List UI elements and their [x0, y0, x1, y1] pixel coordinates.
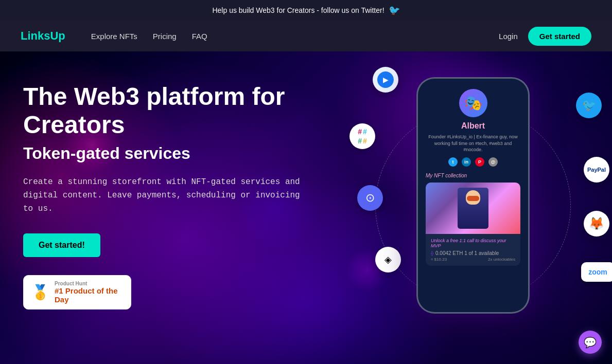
zoom-icon: zoom [588, 268, 607, 276]
hero-cta-button[interactable]: Get started! [23, 233, 100, 257]
chat-icon: 💬 [584, 336, 597, 349]
eth-icon: ⟠ [431, 250, 433, 256]
nft-card[interactable]: Unlock a free 1:1 call to discuss your M… [426, 183, 520, 266]
paypal-integration-icon[interactable]: PayPal [584, 157, 609, 183]
nft-glasses [467, 196, 479, 201]
discord-integration-icon[interactable]: ⊙ [357, 185, 383, 211]
ph-medal-icon: 🥇 [31, 284, 49, 301]
hero-title: The Web3 platform for Creators [23, 82, 311, 139]
nft-stats: ≈ $10.23 2x unlockables [431, 257, 515, 262]
paypal-icon: PayPal [587, 167, 606, 173]
figma-integration-icon[interactable]: ◈ [375, 247, 401, 272]
figma-icon: ◈ [384, 254, 392, 265]
logo[interactable]: LinksUp [21, 29, 65, 43]
nav-links: Explore NFTs Pricing FAQ [91, 32, 499, 41]
ph-rank-label: #1 Product of the Day [55, 286, 123, 304]
phone-frame: 🎭 Albert Founder #LinksUp_io | Ex-financ… [416, 77, 530, 314]
profile-email-icon[interactable]: @ [488, 157, 498, 167]
ph-text: Product Hunt #1 Product of the Day [55, 281, 123, 304]
hero-subtitle: Token-gated services [23, 144, 311, 163]
nav-pricing[interactable]: Pricing [153, 32, 177, 41]
profile-bio: Founder #LinksUp_io | Ex-finance guy, no… [426, 134, 520, 153]
hero-title-line2: Creators [23, 111, 125, 138]
nft-figure [458, 188, 488, 229]
slack-integration-icon[interactable]: # # # # [349, 123, 375, 149]
ph-badge-label: Product Hunt [55, 281, 123, 286]
profile-linkedin-icon[interactable]: in [462, 157, 471, 167]
twitter-icon: 🐦 [389, 5, 400, 16]
hero-title-line1: The Web3 platform for [23, 83, 285, 110]
usd-price: ≈ $10.23 [431, 257, 447, 262]
logo-links: LinksUp [21, 29, 65, 42]
video-icon: ▶ [377, 71, 394, 88]
profile-avatar: 🎭 [459, 89, 487, 117]
video-integration-icon[interactable]: ▶ [373, 67, 398, 93]
discord-icon: ⊙ [365, 191, 375, 205]
metamask-integration-icon[interactable]: 🦊 [584, 211, 609, 236]
hero-section: The Web3 platform for Creators Token-gat… [0, 51, 612, 364]
nft-unlock-text: Unlock a free 1:1 call to discuss your M… [431, 238, 515, 248]
get-started-nav-button[interactable]: Get started [528, 27, 591, 46]
chat-bubble-button[interactable]: 💬 [579, 331, 602, 354]
hero-content: The Web3 platform for Creators Token-gat… [23, 82, 311, 310]
nft-section-label: My NFT collection [426, 173, 520, 178]
login-button[interactable]: Login [499, 32, 518, 41]
nav-faq[interactable]: FAQ [192, 32, 207, 41]
announcement-bar: Help us build Web3 for Creators - follow… [0, 0, 612, 21]
metamask-icon: 🦊 [589, 216, 604, 231]
phone-inner: 🎭 Albert Founder #LinksUp_io | Ex-financ… [418, 79, 528, 312]
profile-name: Albert [426, 121, 520, 131]
profile-pinterest-icon[interactable]: P [475, 157, 484, 167]
phone-area: ▶ # # # # ⊙ ◈ 🐦 PayPal 🦊 zoom [365, 62, 581, 350]
navbar: LinksUp Explore NFTs Pricing FAQ Login G… [0, 21, 612, 51]
nav-explore-nfts[interactable]: Explore NFTs [91, 32, 137, 41]
product-hunt-badge[interactable]: 🥇 Product Hunt #1 Product of the Day [23, 275, 131, 310]
nav-right: Login Get started [499, 27, 591, 46]
twitter-integration-icon[interactable]: 🐦 [576, 93, 602, 118]
announcement-text: Help us build Web3 for Creators - follow… [212, 6, 384, 14]
slack-icon: # # # # [358, 128, 367, 145]
hero-description: Create a stunning storefront with NFT-ga… [23, 176, 311, 215]
nft-price-row: ⟠ 0.0042 ETH 1 of 1 available [431, 250, 515, 256]
social-icons-row: t in P @ [426, 157, 520, 167]
nft-info: Unlock a free 1:1 call to discuss your M… [426, 234, 520, 266]
nft-image [426, 183, 520, 234]
eth-price: 0.0042 ETH 1 of 1 available [435, 250, 499, 256]
unlockables-count: 2x unlockables [488, 257, 515, 262]
twitter-right-icon: 🐦 [582, 99, 596, 112]
profile-twitter-icon[interactable]: t [448, 157, 458, 167]
zoom-integration-icon[interactable]: zoom [581, 262, 612, 282]
